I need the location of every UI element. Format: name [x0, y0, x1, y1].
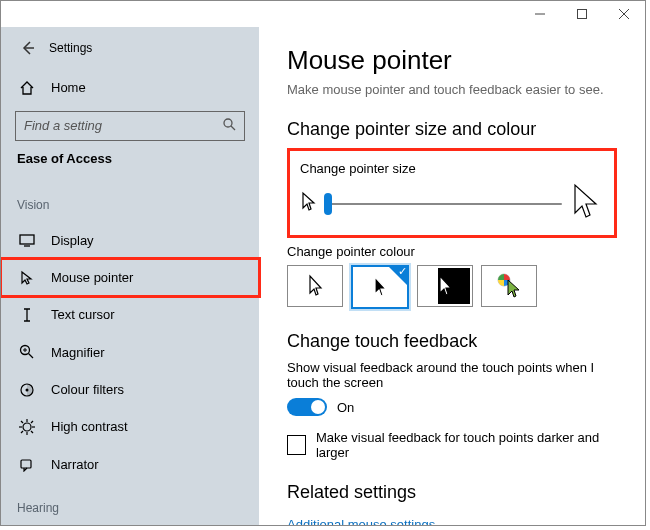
colour-filters-icon — [17, 382, 37, 398]
page-intro: Make mouse pointer and touch feedback ea… — [287, 82, 617, 97]
svg-point-16 — [23, 423, 31, 431]
svg-line-11 — [29, 354, 34, 359]
sidebar-item-display[interactable]: Display — [1, 222, 259, 259]
group-vision: Vision — [1, 198, 259, 212]
svg-point-15 — [26, 388, 29, 391]
svg-line-22 — [31, 431, 33, 433]
sidebar-item-label: High contrast — [51, 419, 128, 434]
sidebar-item-home[interactable]: Home — [1, 69, 259, 106]
search-input[interactable]: Find a setting — [15, 111, 245, 141]
sidebar-item-colour-filters[interactable]: Colour filters — [1, 371, 259, 408]
maximize-button[interactable] — [561, 1, 603, 27]
section-title: Ease of Access — [1, 151, 259, 166]
home-icon — [17, 80, 37, 96]
sidebar-item-label: Colour filters — [51, 382, 124, 397]
back-button[interactable] — [17, 37, 39, 59]
narrator-icon — [17, 456, 37, 472]
sidebar-item-label: Narrator — [51, 457, 99, 472]
touch-darker-checkbox[interactable] — [287, 435, 306, 455]
sidebar-item-label: Mouse pointer — [51, 270, 133, 285]
slider-thumb[interactable] — [324, 193, 332, 215]
sidebar-item-label: Magnifier — [51, 345, 104, 360]
touch-darker-label: Make visual feedback for touch points da… — [316, 430, 617, 460]
home-label: Home — [51, 80, 86, 95]
svg-line-23 — [31, 421, 33, 423]
svg-line-21 — [21, 421, 23, 423]
close-button[interactable] — [603, 1, 645, 27]
sidebar-item-magnifier[interactable]: Magnifier — [1, 334, 259, 371]
touch-feedback-heading: Change touch feedback — [287, 331, 617, 352]
additional-mouse-settings-link[interactable]: Additional mouse settings — [287, 517, 435, 525]
sidebar-item-mouse-pointer[interactable]: Mouse pointer — [1, 259, 259, 296]
pointer-colour-label: Change pointer colour — [287, 244, 617, 259]
group-hearing: Hearing — [1, 501, 259, 515]
size-colour-heading: Change pointer size and colour — [287, 119, 617, 140]
pointer-size-label: Change pointer size — [300, 161, 600, 176]
text-cursor-icon — [17, 307, 37, 323]
mouse-pointer-icon — [17, 270, 37, 286]
high-contrast-icon — [17, 419, 37, 435]
small-cursor-icon — [300, 191, 316, 216]
pointer-size-section: Change pointer size — [287, 148, 617, 238]
svg-point-5 — [224, 119, 232, 127]
pointer-size-slider[interactable] — [324, 194, 562, 214]
colour-option-inverted[interactable] — [417, 265, 473, 307]
touch-feedback-toggle[interactable] — [287, 398, 327, 416]
search-icon — [222, 117, 236, 134]
window-title: Settings — [49, 41, 92, 55]
magnifier-icon — [17, 344, 37, 360]
svg-rect-25 — [21, 460, 31, 468]
search-placeholder: Find a setting — [24, 118, 102, 133]
colour-option-black[interactable]: ✓ — [351, 265, 409, 309]
sidebar-item-high-contrast[interactable]: High contrast — [1, 408, 259, 445]
sidebar-item-text-cursor[interactable]: Text cursor — [1, 296, 259, 333]
display-icon — [17, 232, 37, 248]
colour-option-white[interactable] — [287, 265, 343, 307]
related-settings-heading: Related settings — [287, 482, 617, 503]
check-icon: ✓ — [398, 265, 407, 278]
touch-feedback-text: Show visual feedback around the touch po… — [287, 360, 617, 390]
page-title: Mouse pointer — [287, 45, 617, 76]
svg-line-6 — [231, 126, 235, 130]
minimize-button[interactable] — [519, 1, 561, 27]
svg-line-24 — [21, 431, 23, 433]
sidebar-item-label: Display — [51, 233, 94, 248]
svg-rect-1 — [578, 10, 587, 19]
colour-option-custom[interactable] — [481, 265, 537, 307]
toggle-state: On — [337, 400, 354, 415]
svg-rect-7 — [20, 235, 34, 244]
sidebar-item-narrator[interactable]: Narrator — [1, 446, 259, 483]
sidebar-item-label: Text cursor — [51, 307, 115, 322]
large-cursor-icon — [570, 182, 600, 225]
